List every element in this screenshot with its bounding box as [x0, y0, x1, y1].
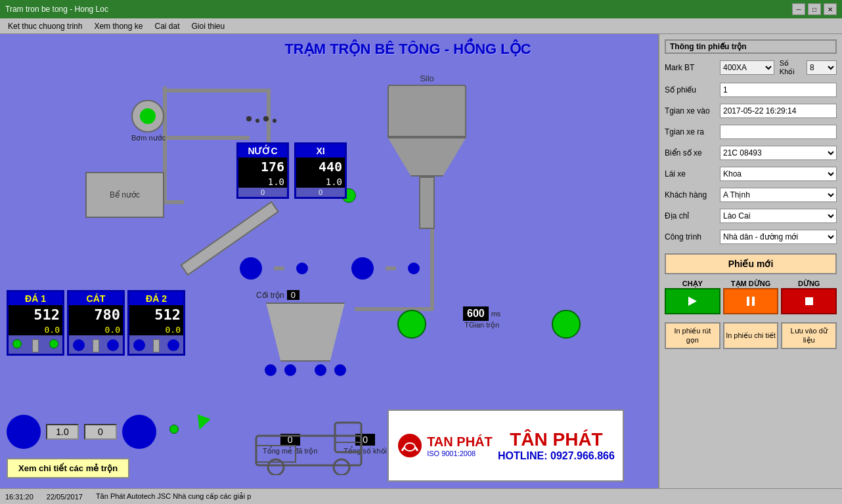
tgian-area: 600 ms TGian trộn — [463, 306, 500, 329]
da2-bar — [153, 339, 160, 352]
dung-col: DỪNG — [781, 280, 837, 314]
menu-item-ket-thuc[interactable]: Ket thuc chuong trinh — [3, 20, 87, 32]
lai-xe-row: Lái xe Khoa — [665, 167, 837, 181]
bien-so-row: Biển số xe 21C 08493 — [665, 146, 837, 160]
maximize-button[interactable]: □ — [808, 3, 821, 15]
tgian-xe-ra-input[interactable] — [720, 125, 837, 139]
dia-chi-select[interactable]: Lào Cai — [720, 209, 837, 223]
chay-button[interactable] — [665, 288, 720, 314]
right-motor-area — [552, 310, 581, 339]
conveyor-status-dot — [169, 425, 179, 434]
khach-hang-select[interactable]: A Thịnh — [720, 188, 837, 202]
control-labels-row: CHẠY TẠM DỪNG DỪNG — [665, 280, 837, 314]
truck-area — [250, 410, 381, 475]
counter-display: 0 — [84, 424, 117, 440]
da2-bin: ĐÁ 2 512 0.0 — [127, 290, 185, 356]
da2-dot-1 — [133, 339, 145, 351]
conveyor-green-dot — [169, 425, 179, 436]
logo-big-name: TÂN PHÁT — [498, 429, 615, 450]
tgian-row: 600 ms — [463, 306, 500, 321]
mark-bt-label: Mark BT — [665, 63, 717, 72]
cat-dots — [69, 338, 123, 354]
status-time: 16:31:20 — [5, 493, 33, 501]
bien-so-label: Biển số xe — [665, 148, 717, 158]
tgian-xe-vao-input[interactable] — [720, 104, 837, 118]
da2-sub: 0.0 — [129, 324, 183, 335]
cong-trinh-select[interactable]: Nhà dân - đường mới — [720, 230, 837, 244]
coi-tron-label: Cối trộn — [256, 291, 284, 300]
bottom-controls: 1.0 0 — [7, 415, 156, 449]
window-title: Tram tron be tong - Hong Loc — [5, 5, 108, 14]
chay-label: CHẠY — [665, 280, 720, 288]
logo-left: TAN PHÁT ISO 9001:2008 — [397, 432, 493, 459]
menu-item-gioi-thieu[interactable]: Gioi thieu — [187, 20, 231, 32]
logo-iso: ISO 9001:2008 — [427, 450, 493, 457]
da1-header: ĐÁ 1 — [9, 292, 62, 305]
tgian-label: TGian trộn — [463, 321, 500, 329]
khach-hang-row: Khách hàng A Thịnh — [665, 188, 837, 202]
in-rut-gon-button[interactable]: In phiếu rút gọn — [665, 322, 720, 349]
pause-icon — [745, 295, 757, 307]
tgian-ms: ms — [491, 310, 501, 318]
bien-so-select[interactable]: 21C 08493 — [720, 146, 837, 160]
in-chi-tiet-button[interactable]: In phiếu chi tiết — [723, 322, 779, 349]
coi-valve-3 — [315, 364, 326, 376]
svg-point-3 — [334, 459, 349, 475]
dia-chi-label: Địa chỉ — [665, 211, 717, 220]
dia-chi-row: Địa chỉ Lào Cai — [665, 209, 837, 223]
tam-dung-button[interactable] — [723, 288, 779, 314]
cat-bar — [93, 339, 99, 352]
da1-dots — [9, 338, 62, 354]
so-khoi-label: Số Khối — [780, 59, 804, 76]
mark-bt-select[interactable]: 400XA 300XA 200XA — [720, 60, 774, 75]
svg-rect-1 — [335, 423, 361, 452]
logo-name-row: TAN PHÁT ISO 9001:2008 — [397, 432, 493, 459]
phieu-moi-button[interactable]: Phiếu mới — [665, 253, 837, 274]
da1-bin: ĐÁ 1 512 0.0 — [7, 290, 64, 356]
pump-area: Bơm nước — [131, 100, 166, 142]
luu-vao-button[interactable]: Lưu vào dữ liệu — [781, 322, 837, 349]
close-button[interactable]: ✕ — [824, 3, 837, 15]
dung-button[interactable] — [781, 288, 837, 314]
pipe-h2 — [164, 89, 269, 93]
xi-zero: 0 — [296, 188, 345, 197]
diagram-area: TRẠM TRỘN BÊ TÔNG - HỒNG LỘC Silo Bơm n — [0, 34, 658, 488]
svg-point-7 — [405, 443, 415, 451]
hotline-label: HOTLINE: — [498, 450, 548, 461]
da1-dot-1 — [12, 339, 22, 348]
so-phieu-input[interactable] — [720, 83, 837, 97]
nuoc-meter: NƯỚC 176 1.0 0 — [236, 142, 289, 199]
xem-chitiet-button[interactable]: Xem chi tiết các mẻ trộn — [7, 458, 129, 478]
pump-motor — [131, 100, 164, 133]
silo-container: Silo — [388, 74, 466, 229]
right-circle — [122, 415, 156, 449]
lai-xe-select[interactable]: Khoa — [720, 167, 837, 181]
logo-icon — [397, 432, 423, 459]
speed-display: 1.0 — [46, 424, 79, 440]
da2-dots — [129, 338, 183, 354]
xi-meter: XI 440 1.0 0 — [294, 142, 347, 199]
so-phieu-row: Số phiếu — [665, 83, 837, 97]
minimize-button[interactable]: ─ — [792, 3, 805, 15]
cong-trinh-label: Công trình — [665, 232, 717, 242]
menu-item-cai-dat[interactable]: Cai dat — [149, 20, 185, 32]
cat-bin: CÁT 780 0.0 — [67, 290, 125, 356]
xi-value: 440 — [296, 158, 345, 176]
da1-dot-2 — [49, 339, 58, 348]
cat-dot-2 — [107, 339, 119, 351]
panel-section-title: Thông tin phiếu trộn — [665, 39, 837, 54]
logo-hotline: HOTLINE: 0927.966.866 — [498, 450, 615, 462]
pipe-h3 — [164, 200, 184, 204]
belt-motor — [397, 310, 426, 339]
da1-sub: 0.0 — [9, 324, 62, 335]
coi-tron-value: 0 — [287, 290, 299, 300]
stop-icon — [803, 295, 815, 307]
so-khoi-select[interactable]: 8 4 6 — [807, 60, 837, 75]
silo-top — [388, 85, 466, 137]
menu-item-xem-thong-ke[interactable]: Xem thong ke — [89, 20, 148, 32]
coi-hopper — [256, 303, 355, 362]
pump-label: Bơm nước — [131, 134, 166, 142]
da1-value: 512 — [9, 305, 62, 324]
tgian-xe-ra-label: Tgian xe ra — [665, 127, 717, 136]
khach-hang-label: Khách hàng — [665, 190, 717, 200]
